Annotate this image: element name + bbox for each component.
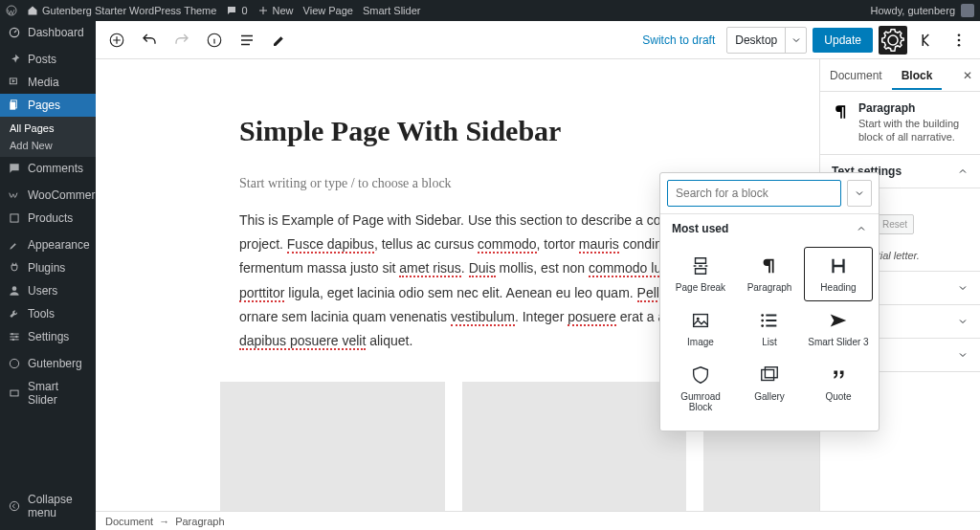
collapse-menu[interactable]: Collapse menu	[0, 488, 96, 524]
page-title[interactable]: Simple Page With Sidebar	[220, 115, 890, 147]
update-button[interactable]: Update	[813, 28, 873, 53]
view-page-link[interactable]: View Page	[303, 5, 353, 16]
breadcrumb-block[interactable]: Paragraph	[175, 516, 224, 527]
chevron-down-icon	[854, 188, 865, 199]
info-button[interactable]	[201, 27, 228, 54]
device-preview[interactable]: Desktop	[726, 27, 807, 54]
list-icon	[238, 32, 256, 49]
inserter-item-list[interactable]: List	[735, 301, 804, 356]
redo-button[interactable]	[168, 27, 195, 54]
inserter-dropdown[interactable]	[847, 180, 872, 207]
chevron-up-icon	[957, 166, 969, 177]
inserter-item-image[interactable]: Image	[666, 301, 735, 356]
chevron-down-icon	[957, 349, 969, 361]
gallery-image[interactable]	[220, 382, 445, 511]
info-icon	[206, 32, 223, 49]
inserter-item-paragraph[interactable]: Paragraph	[735, 247, 804, 301]
sidebar-item-media[interactable]: Media	[0, 71, 96, 94]
sidebar-item-tools[interactable]: Tools	[0, 302, 96, 325]
list-icon	[759, 310, 780, 331]
inspector-close[interactable]: ✕	[955, 69, 980, 82]
svg-rect-18	[694, 315, 708, 327]
sidebar-item-settings[interactable]: Settings	[0, 325, 96, 348]
howdy-text[interactable]: Howdy, gutenberg	[871, 5, 955, 16]
sliders-icon	[8, 330, 21, 343]
undo-button[interactable]	[136, 27, 163, 54]
editor-breadcrumb: Document → Paragraph	[96, 511, 980, 530]
new-link[interactable]: New	[257, 5, 294, 16]
more-options-button[interactable]	[946, 27, 972, 54]
pages-icon	[8, 99, 21, 112]
avatar[interactable]	[961, 4, 974, 17]
inserter-item-gallery[interactable]: Gallery	[735, 356, 804, 421]
inserter-search-input[interactable]	[667, 180, 841, 207]
sidebar-item-plugins[interactable]: Plugins	[0, 256, 96, 279]
add-block-button[interactable]	[103, 27, 130, 54]
sidebar-item-label: Collapse menu	[28, 493, 88, 519]
submenu-add-new[interactable]: Add New	[0, 137, 96, 154]
dashboard-icon	[8, 26, 21, 39]
sidebar-item-users[interactable]: Users	[0, 279, 96, 302]
inserter-item-gumroad[interactable]: Gumroad Block	[666, 356, 735, 421]
sidebar-item-dashboard[interactable]: Dashboard	[0, 21, 96, 44]
sidebar-item-pages[interactable]: Pages	[0, 94, 96, 117]
outline-button[interactable]	[234, 27, 260, 54]
products-icon	[8, 211, 21, 225]
sidebar-item-posts[interactable]: Posts	[0, 48, 96, 71]
paragraph-icon	[832, 101, 851, 122]
comments-icon	[8, 162, 21, 175]
sidebar-item-comments[interactable]: Comments	[0, 157, 96, 180]
svg-point-7	[11, 333, 13, 335]
pencil-icon	[271, 32, 288, 49]
comments-link[interactable]: 0	[226, 5, 247, 16]
settings-button[interactable]	[879, 26, 907, 55]
quote-icon	[828, 364, 849, 386]
jetpack-button[interactable]	[913, 27, 940, 54]
user-icon	[8, 284, 21, 298]
tab-document[interactable]: Document	[820, 61, 892, 90]
inserter-item-page-break[interactable]: Page Break	[666, 247, 735, 301]
breadcrumb-document[interactable]: Document	[105, 516, 153, 527]
inserter-item-quote[interactable]: Quote	[804, 356, 873, 421]
sidebar-item-label: Appearance	[28, 238, 90, 252]
sidebar-item-gutenberg[interactable]: Gutenberg	[0, 352, 96, 375]
image-icon	[690, 310, 711, 331]
block-inserter: Most used Page Break Paragraph Heading I…	[659, 172, 880, 431]
inserter-item-smartslider[interactable]: Smart Slider 3	[804, 301, 873, 356]
smart-slider-link[interactable]: Smart Slider	[363, 5, 421, 16]
svg-point-16	[958, 38, 961, 41]
sidebar-item-appearance[interactable]: Appearance	[0, 233, 96, 256]
reset-button[interactable]: Reset	[876, 214, 914, 234]
gutenberg-icon	[8, 357, 21, 370]
sidebar-item-woocommerce[interactable]: WooCommerce	[0, 184, 96, 207]
switch-to-draft[interactable]: Switch to draft	[636, 30, 721, 51]
sidebar-submenu: All Pages Add New	[0, 117, 96, 157]
sidebar-item-products[interactable]: Products	[0, 207, 96, 230]
wp-logo[interactable]	[6, 5, 17, 16]
sidebar-item-label: Products	[28, 211, 73, 225]
sidebar-item-smartslider[interactable]: Smart Slider	[0, 375, 96, 411]
tab-block[interactable]: Block	[892, 61, 943, 90]
edit-mode-button[interactable]	[266, 27, 293, 54]
chevron-down-icon	[791, 34, 802, 46]
svg-point-15	[958, 33, 961, 36]
sidebar-item-label: Dashboard	[28, 26, 84, 39]
plus-icon	[257, 5, 269, 16]
device-dropdown[interactable]	[785, 28, 806, 53]
svg-rect-11	[11, 390, 18, 396]
svg-rect-5	[11, 214, 18, 222]
plug-icon	[8, 261, 21, 275]
inserter-item-heading[interactable]: Heading	[804, 247, 873, 301]
submenu-all-pages[interactable]: All Pages	[0, 120, 96, 137]
wordpress-icon	[6, 5, 17, 16]
sidebar-item-label: Pages	[28, 99, 60, 112]
inserter-section-most-used[interactable]: Most used	[660, 214, 879, 243]
block-summary: Paragraph Start with the building block …	[820, 92, 980, 155]
undo-icon	[141, 32, 158, 49]
site-link[interactable]: Gutenberg Starter WordPress Theme	[27, 5, 216, 16]
gallery-image[interactable]	[462, 382, 687, 511]
media-icon	[8, 76, 21, 89]
svg-rect-24	[765, 367, 777, 378]
gallery-icon	[759, 364, 780, 386]
svg-rect-4	[10, 102, 15, 110]
